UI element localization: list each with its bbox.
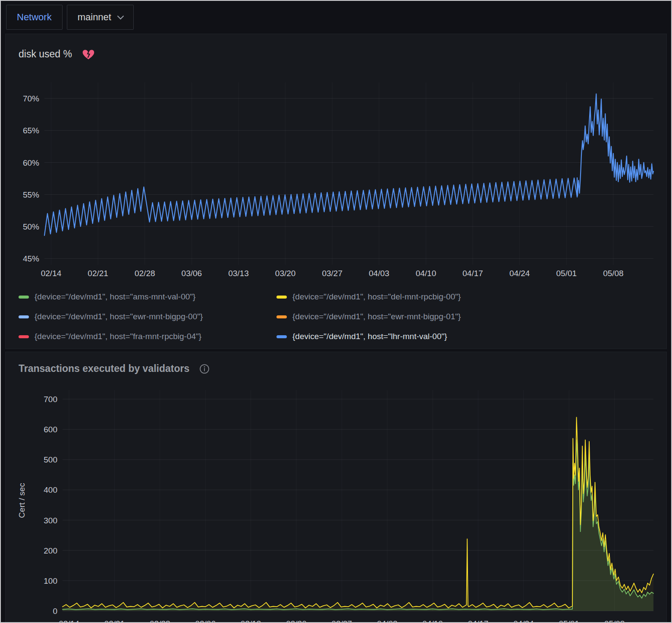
svg-text:04/17: 04/17	[462, 269, 483, 278]
svg-text:45%: 45%	[23, 254, 39, 263]
svg-text:03/13: 03/13	[241, 619, 261, 623]
network-value-text: mainnet	[78, 12, 111, 23]
disk-used-chart[interactable]: 45%50%55%60%65%70%02/1402/2102/2803/0603…	[14, 65, 659, 283]
legend-label: {device="/dev/md1", host="ams-mnt-val-00…	[35, 292, 195, 302]
svg-text:04/03: 04/03	[369, 269, 389, 278]
svg-text:400: 400	[44, 485, 57, 494]
svg-text:03/13: 03/13	[228, 269, 249, 278]
svg-text:04/17: 04/17	[468, 619, 489, 623]
svg-text:04/24: 04/24	[509, 269, 530, 278]
svg-text:02/21: 02/21	[104, 619, 125, 623]
legend-swatch	[19, 315, 29, 318]
legend-swatch	[276, 315, 287, 318]
network-value-dropdown[interactable]: mainnet	[67, 5, 134, 30]
svg-text:03/27: 03/27	[332, 619, 352, 623]
svg-text:04/10: 04/10	[422, 619, 443, 623]
variable-bar: Network mainnet	[1, 1, 671, 34]
svg-text:05/01: 05/01	[559, 619, 580, 623]
legend-item-ams-mnt-val-00[interactable]: {device="/dev/md1", host="ams-mnt-val-00…	[19, 287, 276, 306]
info-circle-icon[interactable]	[199, 363, 210, 374]
legend-label: {device="/dev/md1", host="fra-mnt-rpcbig…	[35, 332, 201, 341]
svg-text:200: 200	[44, 546, 57, 555]
svg-text:0: 0	[53, 607, 57, 616]
legend-item-lhr-mnt-val-00[interactable]: {device="/dev/md1", host="lhr-mnt-val-00…	[276, 327, 658, 346]
panel-transactions-header: Transactions executed by validators	[14, 358, 658, 379]
svg-text:65%: 65%	[23, 126, 39, 135]
panel-transactions-validators: Transactions executed by validators 0100…	[5, 352, 667, 623]
svg-text:05/08: 05/08	[604, 619, 625, 623]
legend-item-fra-mnt-rpcbig-04[interactable]: {device="/dev/md1", host="fra-mnt-rpcbig…	[19, 327, 276, 346]
chevron-down-icon	[117, 13, 124, 19]
legend-swatch	[19, 296, 29, 299]
panel-title-transactions[interactable]: Transactions executed by validators	[19, 363, 189, 374]
svg-text:100: 100	[44, 576, 57, 585]
svg-text:03/20: 03/20	[286, 619, 307, 623]
svg-text:300: 300	[44, 516, 57, 525]
svg-text:600: 600	[44, 425, 57, 434]
legend-label: {device="/dev/md1", host="ewr-mnt-bigpg-…	[35, 312, 203, 321]
svg-text:04/03: 04/03	[377, 619, 398, 623]
legend-swatch	[276, 335, 287, 338]
legend-label: {device="/dev/md1", host="ewr-mnt-bigpg-…	[292, 312, 461, 321]
svg-text:03/27: 03/27	[322, 269, 342, 278]
transactions-chart[interactable]: 010020030040050060070002/1402/2102/2803/…	[14, 379, 659, 623]
svg-text:60%: 60%	[23, 158, 39, 167]
disk-used-legend: {device="/dev/md1", host="ams-mnt-val-00…	[19, 287, 658, 346]
grafana-dashboard: Network mainnet disk used % 45%50%55%60%…	[1, 1, 671, 623]
svg-text:05/01: 05/01	[556, 269, 577, 278]
svg-text:02/28: 02/28	[150, 619, 170, 623]
legend-item-ewr-mnt-bigpg-00[interactable]: {device="/dev/md1", host="ewr-mnt-bigpg-…	[19, 307, 276, 326]
panel-disk-used: disk used % 45%50%55%60%65%70%02/1402/21…	[5, 34, 667, 349]
svg-text:03/06: 03/06	[182, 269, 202, 278]
legend-label: {device="/dev/md1", host="del-mnt-rpcbig…	[292, 292, 461, 302]
svg-text:700: 700	[44, 395, 57, 404]
svg-text:70%: 70%	[23, 94, 39, 103]
legend-item-ewr-mnt-bigpg-01[interactable]: {device="/dev/md1", host="ewr-mnt-bigpg-…	[276, 307, 658, 326]
legend-label: {device="/dev/md1", host="lhr-mnt-val-00…	[292, 332, 447, 341]
svg-text:500: 500	[44, 455, 57, 464]
svg-text:04/10: 04/10	[416, 269, 436, 278]
variable-network-label: Network	[6, 5, 63, 30]
svg-text:02/14: 02/14	[59, 619, 79, 623]
panel-disk-used-header: disk used %	[14, 40, 658, 65]
svg-text:02/28: 02/28	[135, 269, 155, 278]
svg-text:03/06: 03/06	[195, 619, 216, 623]
legend-item-del-mnt-rpcbig-00[interactable]: {device="/dev/md1", host="del-mnt-rpcbig…	[276, 287, 658, 306]
svg-text:02/21: 02/21	[88, 269, 108, 278]
svg-text:Cert / sec: Cert / sec	[17, 483, 26, 518]
svg-text:02/14: 02/14	[41, 269, 62, 278]
legend-swatch	[276, 296, 287, 299]
svg-text:50%: 50%	[23, 222, 39, 231]
svg-text:04/24: 04/24	[513, 619, 534, 623]
svg-text:55%: 55%	[23, 190, 39, 199]
svg-text:03/20: 03/20	[275, 269, 296, 278]
network-label-text: Network	[17, 12, 52, 23]
broken-heart-icon	[82, 47, 95, 61]
legend-swatch	[19, 335, 29, 338]
panel-title-disk-used[interactable]: disk used %	[19, 48, 72, 60]
svg-text:05/08: 05/08	[603, 269, 624, 278]
